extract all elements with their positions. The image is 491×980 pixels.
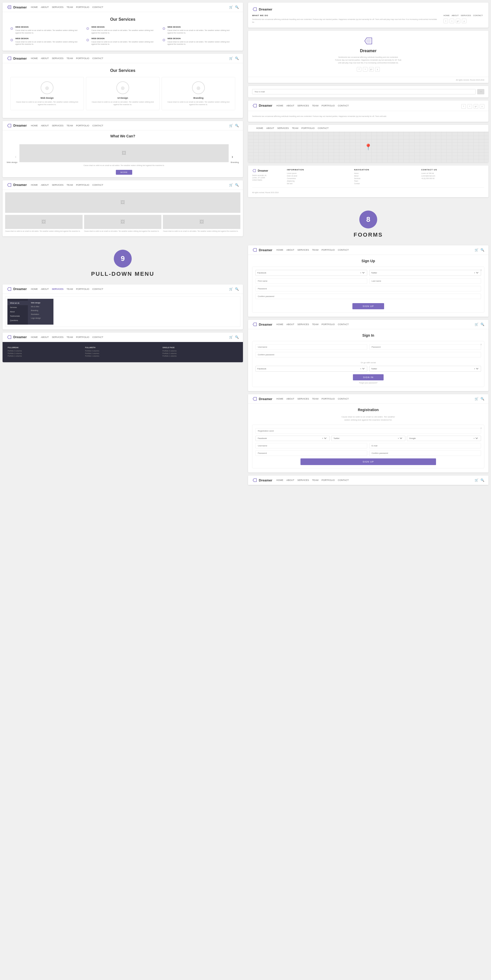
reg-nav-home[interactable]: HOME bbox=[276, 398, 283, 400]
cart-icon-reg[interactable]: 🛒 bbox=[475, 397, 478, 401]
r5-nav-portfolio[interactable]: PORTFOLIO bbox=[301, 127, 315, 129]
signup-nav-portfolio[interactable]: PORTFOLIO bbox=[321, 249, 335, 251]
r-nav-contact[interactable]: CONTACT bbox=[473, 14, 483, 17]
cart-icon-6[interactable]: 🛒 bbox=[229, 336, 233, 339]
centered-fb[interactable]: f bbox=[357, 67, 361, 72]
r4-nav-about[interactable]: ABOUT bbox=[286, 104, 294, 107]
reg-nav-about[interactable]: ABOUT bbox=[286, 398, 294, 400]
footer-col-2-link-2[interactable]: Portfolio 2 columns bbox=[85, 353, 160, 354]
search-icon-6[interactable]: 🔍 bbox=[235, 336, 239, 339]
r4-gp[interactable]: g+ bbox=[474, 104, 478, 109]
cart-icon-3[interactable]: 🛒 bbox=[229, 124, 233, 127]
menu-item-testimonials[interactable]: Testimonials bbox=[7, 314, 28, 318]
nav-6-home[interactable]: HOME bbox=[31, 336, 38, 339]
reg-twitter-btn[interactable]: Twitter ▾ bbox=[331, 436, 405, 441]
nav-5-services[interactable]: SERVICES bbox=[52, 288, 64, 290]
search-icon-5[interactable]: 🔍 bbox=[235, 287, 239, 291]
r4-tw[interactable]: t bbox=[467, 104, 472, 109]
cart-icon-1[interactable]: 🛒 bbox=[229, 5, 233, 9]
r4-nav-home[interactable]: HOME bbox=[276, 104, 283, 107]
r4-fb[interactable]: f bbox=[461, 104, 466, 109]
slider-next-arrow[interactable]: › bbox=[231, 153, 234, 160]
search-icon-2[interactable]: 🔍 bbox=[235, 57, 239, 60]
nav-about-1[interactable]: ABOUT bbox=[41, 6, 49, 8]
extra-nav-home[interactable]: HOME bbox=[276, 479, 283, 481]
footer-col-2-link-3[interactable]: Portfolio 1 columns bbox=[85, 355, 160, 357]
signin-twitter-select[interactable]: ▾ bbox=[473, 368, 479, 370]
r5-nav-services[interactable]: SERVICES bbox=[277, 127, 289, 129]
menu-item-questions[interactable]: Questions bbox=[7, 318, 28, 323]
cart-icon-5[interactable]: 🛒 bbox=[229, 287, 233, 291]
reg-submit-btn[interactable]: SIGN UP bbox=[300, 458, 436, 465]
signup-facebook-btn[interactable]: Facebook ▾ bbox=[256, 270, 367, 276]
footer-col-1-link-3[interactable]: Portfolio 1 columns bbox=[8, 355, 83, 357]
centered-yt[interactable]: y bbox=[375, 67, 380, 72]
social-tw[interactable]: t bbox=[450, 19, 454, 23]
centered-gp[interactable]: g+ bbox=[369, 67, 373, 72]
nav-4-contact[interactable]: CONTACT bbox=[92, 184, 103, 186]
signin-nav-services[interactable]: SERVICES bbox=[297, 323, 309, 326]
r5-nav-home[interactable]: HOME bbox=[256, 127, 263, 129]
nav-3-team[interactable]: TEAM bbox=[67, 124, 73, 127]
newsletter-email-input[interactable] bbox=[252, 89, 476, 94]
nav-contact-1[interactable]: CONTACT bbox=[92, 6, 103, 8]
reg-google-btn[interactable]: Google ▾ bbox=[407, 436, 481, 441]
extra-nav-services[interactable]: SERVICES bbox=[297, 479, 309, 481]
signin-nav-portfolio[interactable]: PORTFOLIO bbox=[321, 323, 335, 326]
signin-nav-home[interactable]: HOME bbox=[276, 323, 283, 326]
signin-password-input[interactable] bbox=[369, 344, 481, 350]
nav-2-team[interactable]: TEAM bbox=[67, 57, 73, 60]
nav-team-1[interactable]: TEAM bbox=[67, 6, 73, 8]
nav-5-about[interactable]: ABOUT bbox=[41, 288, 49, 290]
reg-nav-portfolio[interactable]: PORTFOLIO bbox=[321, 398, 335, 400]
signup-firstname-input[interactable] bbox=[256, 278, 367, 284]
menu-sub-logo[interactable]: Logo design bbox=[29, 316, 52, 320]
signup-submit-btn[interactable]: SIGN UP bbox=[353, 303, 384, 309]
nav-3-services[interactable]: SERVICES bbox=[52, 124, 64, 127]
nav-4-services[interactable]: SERVICES bbox=[52, 184, 64, 186]
extra-nav-about[interactable]: ABOUT bbox=[286, 479, 294, 481]
search-icon-4[interactable]: 🔍 bbox=[235, 183, 239, 187]
signin-facebook-btn[interactable]: Facebook ▾ bbox=[256, 366, 367, 372]
cart-icon-extra[interactable]: 🛒 bbox=[475, 478, 478, 482]
signup-nav-contact[interactable]: CONTACT bbox=[338, 249, 349, 251]
menu-item-what-we-do[interactable]: What we do bbox=[7, 301, 28, 305]
cart-icon-2[interactable]: 🛒 bbox=[229, 57, 233, 60]
signin-twitter-btn[interactable]: Twitter ▾ bbox=[369, 366, 481, 372]
nav-6-team[interactable]: TEAM bbox=[67, 336, 73, 339]
reg-facebook-btn[interactable]: Facebook ▾ bbox=[256, 436, 330, 441]
nav-5-home[interactable]: HOME bbox=[31, 288, 38, 290]
search-icon-signup[interactable]: 🔍 bbox=[480, 248, 485, 252]
reg-password-input[interactable] bbox=[256, 450, 367, 456]
extra-nav-team[interactable]: TEAM bbox=[312, 479, 318, 481]
facebook-select[interactable]: ▾ bbox=[359, 272, 365, 274]
reg-email-input[interactable] bbox=[369, 443, 481, 449]
reg-nav-team[interactable]: TEAM bbox=[312, 398, 318, 400]
signin-username-input[interactable] bbox=[256, 344, 367, 350]
signup-close-btn[interactable]: × bbox=[480, 268, 482, 272]
nav-2-portfolio[interactable]: PORTFOLIO bbox=[76, 57, 89, 60]
nav-services-1[interactable]: SERVICES bbox=[52, 6, 64, 8]
nav-6-contact[interactable]: CONTACT bbox=[92, 336, 103, 339]
r-nav-about[interactable]: ABOUT bbox=[451, 14, 459, 17]
signin-nav-about[interactable]: ABOUT bbox=[286, 323, 294, 326]
footer-col-3-link-3[interactable]: Portfolio 1 columns bbox=[162, 355, 238, 357]
r5-nav-team[interactable]: TEAM bbox=[292, 127, 298, 129]
nav-4-portfolio[interactable]: PORTFOLIO bbox=[76, 184, 89, 186]
nav-6-portfolio[interactable]: PORTFOLIO bbox=[76, 336, 89, 339]
menu-sub-branding[interactable]: Branding bbox=[29, 309, 52, 312]
nav-5-contact[interactable]: CONTACT bbox=[92, 288, 103, 290]
reg-confirm-input[interactable] bbox=[369, 450, 481, 456]
menu-sub-mix[interactable]: Mix & Mini bbox=[29, 305, 52, 309]
nav-3-contact[interactable]: CONTACT bbox=[92, 124, 103, 127]
nav-3-home[interactable]: HOME bbox=[31, 124, 38, 127]
r5-nav-about[interactable]: ABOUT bbox=[266, 127, 274, 129]
nav-2-home[interactable]: HOME bbox=[31, 57, 38, 60]
extra-nav-portfolio[interactable]: PORTFOLIO bbox=[321, 479, 335, 481]
nav-2-services[interactable]: SERVICES bbox=[52, 57, 64, 60]
signup-confirm-input[interactable] bbox=[256, 294, 481, 299]
nav-portfolio-1[interactable]: PORTFOLIO bbox=[76, 6, 89, 8]
r4-nav-team[interactable]: TEAM bbox=[312, 104, 318, 107]
nav-4-team[interactable]: TEAM bbox=[67, 184, 73, 186]
r4-nav-contact[interactable]: CONTACT bbox=[338, 104, 349, 107]
